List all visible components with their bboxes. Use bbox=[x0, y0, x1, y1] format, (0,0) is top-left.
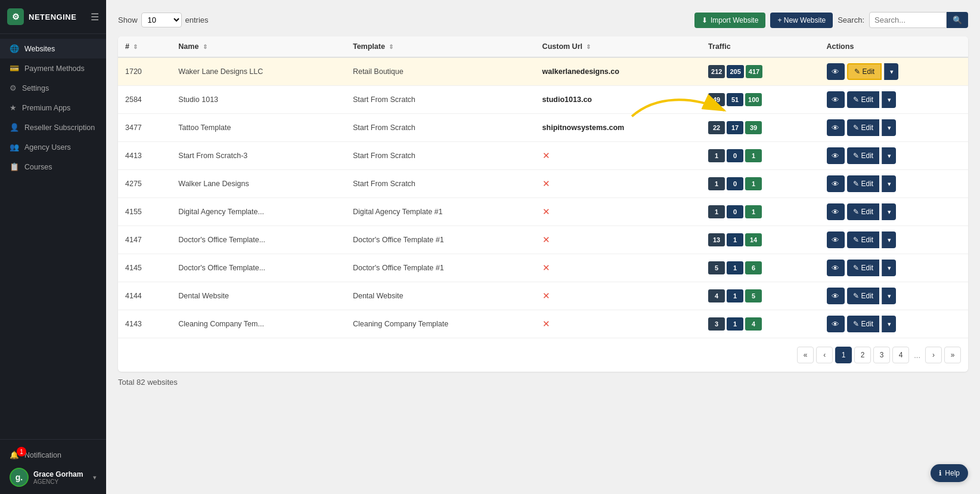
reseller-subscription-icon: 👤 bbox=[10, 123, 19, 132]
page-next[interactable]: › bbox=[925, 347, 942, 363]
traffic-badge: 1 bbox=[727, 233, 743, 246]
chevron-down-icon: ▾ bbox=[888, 264, 891, 272]
notification-row[interactable]: 🔔 Notification 1 bbox=[10, 447, 97, 463]
sidebar-item-websites[interactable]: 🌐Websites bbox=[0, 39, 106, 58]
edit-icon: ✎ bbox=[853, 95, 859, 104]
table-row: 1720Waker Lane Designs LLCRetail Boutiqu… bbox=[118, 57, 968, 86]
sidebar-item-courses[interactable]: 📋Courses bbox=[0, 157, 106, 177]
traffic-badge: 39 bbox=[745, 121, 762, 134]
table-row: 2584Studio 1013Start From Scratchstudio1… bbox=[118, 86, 968, 114]
actions-dropdown-button[interactable]: ▾ bbox=[882, 260, 896, 276]
sidebar-item-reseller-subscription[interactable]: 👤Reseller Subscription bbox=[0, 118, 106, 137]
cell-num: 4144 bbox=[118, 282, 171, 310]
websites-table-container: # ⇕ Name ⇕ Template ⇕ Custom Url ⇕ Traff… bbox=[118, 36, 968, 372]
cell-num: 4413 bbox=[118, 142, 171, 170]
edit-button[interactable]: ✎ Edit bbox=[847, 119, 880, 136]
actions-dropdown-button[interactable]: ▾ bbox=[884, 63, 898, 80]
actions-dropdown-button[interactable]: ▾ bbox=[882, 147, 896, 164]
eye-icon: 👁 bbox=[832, 67, 839, 76]
actions-dropdown-button[interactable]: ▾ bbox=[882, 288, 896, 304]
page-1[interactable]: 1 bbox=[835, 347, 852, 363]
cell-template: Dental Website bbox=[346, 282, 535, 310]
col-template: Template ⇕ bbox=[346, 36, 535, 57]
cell-actions: 👁✎ Edit▾ bbox=[820, 198, 969, 226]
page-3[interactable]: 3 bbox=[873, 347, 890, 363]
sidebar-item-premium-apps[interactable]: ★Premium Apps bbox=[0, 98, 106, 118]
edit-button[interactable]: ✎ Edit bbox=[847, 175, 880, 192]
cell-custom-url: ✕ bbox=[535, 254, 702, 282]
edit-button[interactable]: ✎ Edit bbox=[847, 203, 880, 220]
edit-button[interactable]: ✎ Edit bbox=[847, 231, 880, 248]
traffic-badge: 1 bbox=[727, 317, 743, 331]
traffic-badge: 13 bbox=[708, 233, 725, 246]
table-row: 4155Digital Agency Template...Digital Ag… bbox=[118, 198, 968, 226]
view-button[interactable]: 👁 bbox=[827, 119, 845, 136]
edit-icon: ✎ bbox=[853, 180, 859, 188]
view-button[interactable]: 👁 bbox=[827, 316, 845, 332]
traffic-badge: 17 bbox=[727, 121, 743, 134]
edit-button[interactable]: ✎ Edit bbox=[847, 63, 882, 80]
traffic-badge: 0 bbox=[727, 149, 743, 162]
sidebar-item-settings[interactable]: ⚙Settings bbox=[0, 78, 106, 98]
traffic-badge: 205 bbox=[727, 65, 743, 78]
help-button[interactable]: ℹ Help bbox=[931, 464, 968, 482]
page-last[interactable]: » bbox=[944, 347, 961, 363]
view-button[interactable]: 👁 bbox=[827, 203, 845, 220]
edit-button[interactable]: ✎ Edit bbox=[847, 147, 880, 164]
import-website-button[interactable]: ⬇ Import Website bbox=[694, 13, 765, 28]
cell-custom-url: ✕ bbox=[535, 310, 702, 338]
actions-dropdown-button[interactable]: ▾ bbox=[882, 175, 896, 192]
cell-num: 4275 bbox=[118, 170, 171, 198]
cell-template: Start From Scratch bbox=[346, 86, 535, 114]
cell-name: Doctor's Office Template... bbox=[171, 226, 346, 254]
no-url-icon: ✕ bbox=[542, 206, 550, 217]
traffic-badge: 0 bbox=[727, 177, 743, 190]
search-input[interactable] bbox=[869, 12, 947, 28]
sidebar-item-payment-methods[interactable]: 💳Payment Methods bbox=[0, 58, 106, 78]
new-website-button[interactable]: + New Website bbox=[770, 13, 833, 28]
view-button[interactable]: 👁 bbox=[827, 147, 845, 164]
edit-button[interactable]: ✎ Edit bbox=[847, 91, 880, 108]
page-first[interactable]: « bbox=[797, 347, 814, 363]
actions-dropdown-button[interactable]: ▾ bbox=[882, 91, 896, 108]
view-button[interactable]: 👁 bbox=[827, 260, 845, 276]
hamburger-icon[interactable]: ☰ bbox=[91, 11, 99, 23]
view-button[interactable]: 👁 bbox=[827, 91, 845, 108]
user-row[interactable]: g. Grace Gorham AGENCY ▾ bbox=[10, 468, 97, 487]
cell-name: Studio 1013 bbox=[171, 86, 346, 114]
view-button[interactable]: 👁 bbox=[827, 63, 845, 80]
eye-icon: 👁 bbox=[832, 124, 839, 132]
chevron-down-icon: ▾ bbox=[888, 208, 891, 216]
view-button[interactable]: 👁 bbox=[827, 288, 845, 304]
payment-methods-icon: 💳 bbox=[10, 64, 19, 73]
edit-icon: ✎ bbox=[853, 236, 859, 244]
search-button[interactable]: 🔍 bbox=[947, 12, 968, 28]
actions-dropdown-button[interactable]: ▾ bbox=[882, 203, 896, 220]
cell-name: Start From Scratch-3 bbox=[171, 142, 346, 170]
edit-icon: ✎ bbox=[853, 208, 859, 216]
cell-traffic: 13114 bbox=[701, 226, 819, 254]
cell-custom-url: ✕ bbox=[535, 142, 702, 170]
actions-dropdown-button[interactable]: ▾ bbox=[882, 119, 896, 136]
logo-text: NETENGINE bbox=[29, 13, 76, 21]
cell-template: Retail Boutique bbox=[346, 57, 535, 86]
page-2[interactable]: 2 bbox=[854, 347, 871, 363]
cell-template: Doctor's Office Template #1 bbox=[346, 226, 535, 254]
actions-dropdown-button[interactable]: ▾ bbox=[882, 231, 896, 248]
edit-button[interactable]: ✎ Edit bbox=[847, 260, 880, 276]
entries-select[interactable]: 10 25 50 100 bbox=[141, 13, 182, 27]
view-button[interactable]: 👁 bbox=[827, 175, 845, 192]
page-prev[interactable]: ‹ bbox=[816, 347, 833, 363]
reseller-subscription-label: Reseller Subscription bbox=[24, 124, 95, 132]
cell-num: 4147 bbox=[118, 226, 171, 254]
edit-button[interactable]: ✎ Edit bbox=[847, 316, 880, 332]
page-ellipsis: ... bbox=[911, 351, 923, 360]
notification-label: Notification bbox=[24, 451, 61, 459]
sidebar-item-agency-users[interactable]: 👥Agency Users bbox=[0, 137, 106, 157]
actions-dropdown-button[interactable]: ▾ bbox=[882, 316, 896, 332]
page-4[interactable]: 4 bbox=[892, 347, 909, 363]
edit-button[interactable]: ✎ Edit bbox=[847, 288, 880, 304]
table-header: # ⇕ Name ⇕ Template ⇕ Custom Url ⇕ Traff… bbox=[118, 36, 968, 57]
cell-template: Start From Scratch bbox=[346, 170, 535, 198]
view-button[interactable]: 👁 bbox=[827, 231, 845, 248]
